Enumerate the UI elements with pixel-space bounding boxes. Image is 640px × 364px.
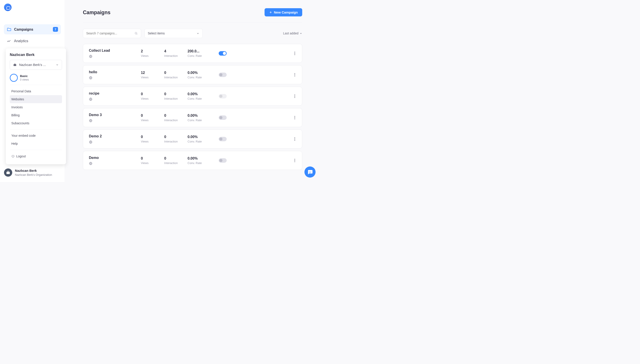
chevron-down-icon <box>196 32 199 35</box>
footer-user-name: Nazlıcan Berk <box>15 169 52 172</box>
conv-rate-value: 0.00% <box>187 114 219 118</box>
menu-personal-data[interactable]: Personal Data <box>10 87 62 95</box>
search-input[interactable] <box>86 32 135 35</box>
interaction-stat: 0 Interaction <box>164 135 187 143</box>
campaigns-list: Collect Lead 2 Views 4 Interaction 200.0… <box>83 44 302 170</box>
interaction-label: Interaction <box>164 97 187 100</box>
plan-usage: Basic 0 views <box>10 74 62 82</box>
sort-dropdown[interactable]: Last added <box>283 32 302 35</box>
campaign-card[interactable]: hello 12 Views 0 Interaction 0.00% Conv.… <box>83 65 302 84</box>
sidebar: Campaigns 7 Analytics Leads <box>0 0 65 182</box>
globe-icon <box>89 162 92 165</box>
campaign-toggle[interactable] <box>219 137 227 141</box>
campaign-card[interactable]: Demo 0 Views 0 Interaction 0.00% Conv. R… <box>83 151 302 170</box>
campaign-card[interactable]: Demo 3 0 Views 0 Interaction 0.00% Conv.… <box>83 108 302 127</box>
campaign-actions <box>219 115 296 120</box>
views-label: Views <box>141 97 164 100</box>
svg-point-23 <box>294 139 295 140</box>
app-logo[interactable] <box>4 4 12 11</box>
campaign-title: recipe <box>89 92 141 96</box>
more-button[interactable] <box>293 115 296 120</box>
campaign-name-col: Demo 2 <box>89 134 141 144</box>
more-button[interactable] <box>293 94 296 99</box>
interaction-value: 0 <box>164 156 187 160</box>
menu-logout[interactable]: Logout <box>10 152 62 160</box>
campaign-toggle[interactable] <box>219 158 227 163</box>
menu-billing[interactable]: Billing <box>10 111 62 119</box>
globe-icon <box>89 54 92 58</box>
divider <box>10 85 62 85</box>
views-value: 2 <box>141 49 164 53</box>
svg-point-24 <box>294 140 295 140</box>
views-value: 0 <box>141 135 164 139</box>
sidebar-item-campaigns[interactable]: Campaigns 7 <box>4 24 61 34</box>
org-selector[interactable]: Nazlıcan Berk's ... <box>10 60 62 70</box>
campaign-actions <box>219 136 296 142</box>
sidebar-item-analytics[interactable]: Analytics <box>4 36 61 46</box>
campaign-toggle[interactable] <box>219 116 227 120</box>
campaign-toggle[interactable] <box>219 51 227 56</box>
chevron-down-icon <box>300 32 302 35</box>
sidebar-user-footer[interactable]: Nazlıcan Berk Nazlıcan Berk's Organizati… <box>4 168 61 177</box>
svg-point-18 <box>294 116 295 116</box>
conv-rate-label: Conv. Rate <box>187 161 219 165</box>
avatar <box>4 168 12 177</box>
interaction-stat: 0 Interaction <box>164 114 187 122</box>
divider <box>83 22 302 22</box>
svg-point-27 <box>294 160 295 161</box>
campaign-title: Collect Lead <box>89 48 141 53</box>
campaign-name-col: Collect Lead <box>89 48 141 58</box>
conv-rate-value: 0.00% <box>187 92 219 96</box>
campaign-card[interactable]: recipe 0 Views 0 Interaction 0.00% Conv.… <box>83 87 302 106</box>
org-name: Nazlıcan Berk's ... <box>19 63 56 67</box>
chat-bubble-button[interactable] <box>304 166 316 178</box>
views-stat: 12 Views <box>141 70 164 79</box>
new-campaign-button[interactable]: New Campaign <box>265 8 302 16</box>
interaction-label: Interaction <box>164 54 187 58</box>
campaign-title: Demo 3 <box>89 113 141 117</box>
chart-line-icon <box>7 38 11 43</box>
items-select[interactable]: Select items <box>144 29 203 38</box>
views-stat: 0 Views <box>141 156 164 165</box>
campaign-toggle[interactable] <box>219 94 227 98</box>
svg-point-20 <box>294 118 295 119</box>
toggle-knob <box>219 116 223 119</box>
more-button[interactable] <box>293 158 296 163</box>
conv-rate-label: Conv. Rate <box>187 118 219 122</box>
menu-help[interactable]: Help <box>10 140 62 148</box>
campaign-actions <box>219 72 296 77</box>
campaign-actions <box>219 51 296 56</box>
interaction-stat: 4 Interaction <box>164 49 187 58</box>
menu-embed-code[interactable]: Your embed code <box>10 132 62 140</box>
menu-invoices[interactable]: Invoices <box>10 103 62 111</box>
power-icon <box>11 155 15 158</box>
more-button[interactable] <box>293 136 296 142</box>
campaign-actions <box>219 158 296 163</box>
conv-rate-label: Conv. Rate <box>187 140 219 144</box>
sidebar-item-label: Campaigns <box>14 27 53 32</box>
views-value: 0 <box>141 114 164 118</box>
campaign-card[interactable]: Collect Lead 2 Views 4 Interaction 200.0… <box>83 44 302 63</box>
campaign-toggle[interactable] <box>219 72 227 77</box>
svg-point-28 <box>294 161 295 162</box>
menu-subaccounts[interactable]: Subaccounts <box>10 119 62 127</box>
interaction-label: Interaction <box>164 118 187 122</box>
more-button[interactable] <box>293 51 296 56</box>
interaction-value: 0 <box>164 114 187 118</box>
svg-point-8 <box>294 54 295 55</box>
usage-progress-circle <box>10 74 18 82</box>
campaign-card[interactable]: Demo 2 0 Views 0 Interaction 0.00% Conv.… <box>83 130 302 149</box>
search-box[interactable] <box>83 29 141 38</box>
menu-websites[interactable]: Websites <box>10 95 62 103</box>
sidebar-item-label: Analytics <box>14 39 58 43</box>
svg-point-10 <box>294 73 295 74</box>
conv-rate-label: Conv. Rate <box>187 54 219 58</box>
conv-rate-value: 0.00% <box>187 135 219 139</box>
conv-rate-value: 0.00% <box>187 70 219 75</box>
views-label: Views <box>141 161 164 165</box>
toggle-knob <box>219 73 223 76</box>
svg-point-15 <box>294 96 295 96</box>
conv-rate-label: Conv. Rate <box>187 76 219 79</box>
globe-icon <box>89 76 92 80</box>
more-button[interactable] <box>293 72 296 77</box>
